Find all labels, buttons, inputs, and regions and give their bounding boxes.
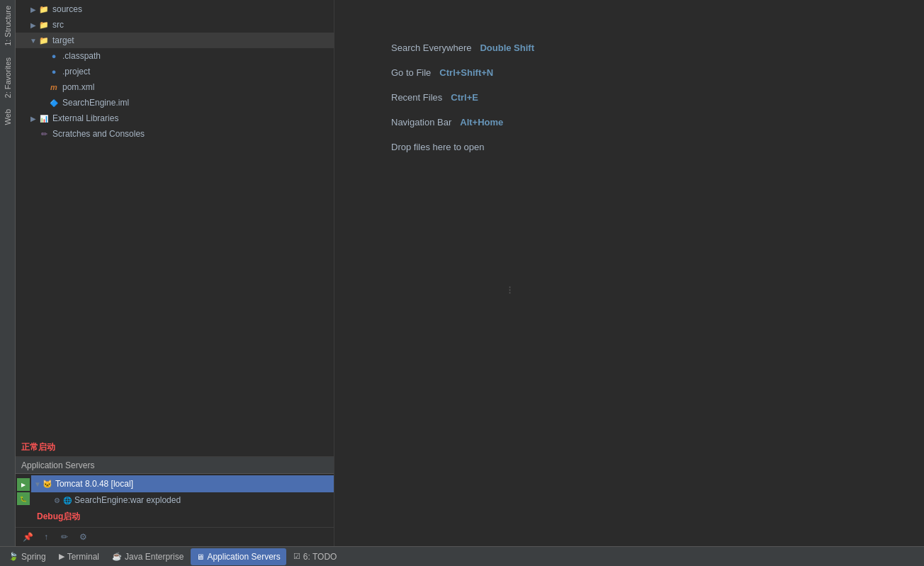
tree-item-sources[interactable]: ▶ 📁 sources — [16, 1, 334, 17]
app-servers-header: Application Servers — [16, 457, 334, 474]
icon-pom: m — [48, 81, 60, 93]
icon-scratches: ✏ — [38, 128, 50, 140]
arrow-src: ▶ — [28, 21, 38, 29]
left-tab-structure[interactable]: 1: Structure — [1, 0, 14, 52]
pin-icon[interactable]: 📌 — [21, 531, 34, 543]
action-strip: 📌 ↑ ✏ ⚙ — [16, 527, 334, 546]
icon-project: ● — [48, 66, 60, 77]
app-servers-panel: Application Servers ▶ 🐛 ▼ 🐱 Tomcat 8.0.4… — [16, 456, 334, 527]
debug-status: Debug启动 — [16, 508, 334, 526]
hint-recent-files: Recent Files Ctrl+E — [391, 92, 478, 103]
tree-item-target[interactable]: ▼ 📁 target — [16, 33, 334, 48]
tree-item-scratches[interactable]: ✏ Scratches and Consoles — [16, 126, 334, 142]
up-icon[interactable]: ↑ — [40, 531, 52, 543]
app-servers-title: Application Servers — [21, 460, 94, 470]
label-extlib: External Libraries — [52, 113, 118, 123]
label-classpath: .classpath — [62, 51, 101, 61]
sidebar: ▶ 📁 sources ▶ 📁 src ▼ 📁 target — [16, 0, 334, 546]
hint-nav-bar: Navigation Bar Alt+Home — [391, 117, 503, 128]
icon-extlib: 📊 — [38, 113, 50, 124]
bottom-bar: 🍃 Spring ▶ Terminal ☕ Java Enterprise 🖥 … — [0, 546, 924, 566]
spring-tab-label: Spring — [21, 552, 46, 562]
hint-goto-shortcut: Ctrl+Shift+N — [439, 67, 493, 78]
todo-tab-label: 6: TODO — [303, 552, 337, 562]
label-pom: pom.xml — [62, 82, 94, 92]
server-deployment[interactable]: ⚙ 🌐 SearchEngine:war exploded — [31, 492, 334, 508]
label-scratches: Scratches and Consoles — [52, 129, 145, 139]
app-servers-icon: 🖥 — [196, 553, 204, 561]
icon-sources: 📁 — [38, 4, 50, 15]
bottom-tab-todo[interactable]: ☑ 6: TODO — [288, 548, 343, 565]
icon-src: 📁 — [38, 19, 50, 30]
todo-icon: ☑ — [293, 552, 300, 561]
hint-search-action: Search Everywhere — [391, 43, 471, 53]
left-tab-favorites[interactable]: 2: Favorites — [1, 52, 14, 103]
run-button[interactable]: ▶ — [17, 478, 30, 491]
bottom-tab-terminal[interactable]: ▶ Terminal — [53, 548, 105, 565]
java-enterprise-icon: ☕ — [112, 552, 122, 561]
label-project: .project — [62, 67, 90, 77]
hint-search-everywhere: Search Everywhere Double Shift — [391, 43, 534, 53]
server-name: Tomcat 8.0.48 [local] — [55, 479, 133, 489]
hint-drop-files: Drop files here to open — [391, 142, 485, 152]
content-area: Search Everywhere Double Shift Go to Fil… — [334, 0, 924, 546]
spring-icon: 🍃 — [9, 552, 18, 561]
center-indicator: ⁝ — [508, 283, 512, 297]
hint-goto-file: Go to File Ctrl+Shift+N — [391, 67, 493, 78]
app-servers-content: ▶ 🐛 ▼ 🐱 Tomcat 8.0.48 [local] ⚙ 🌐 — [16, 474, 334, 527]
app-servers-tab-label: Application Servers — [207, 552, 280, 562]
file-tree: ▶ 📁 sources ▶ 📁 src ▼ 📁 target — [16, 0, 334, 438]
left-tab-strip: 1: Structure 2: Favorites Web — [0, 0, 16, 546]
tree-item-project[interactable]: ● .project — [16, 64, 334, 79]
hint-recent-shortcut: Ctrl+E — [451, 92, 478, 103]
hint-nav-action: Navigation Bar — [391, 117, 451, 128]
tree-item-src[interactable]: ▶ 📁 src — [16, 17, 334, 33]
tree-item-classpath[interactable]: ● .classpath — [16, 48, 334, 64]
label-iml: SearchEngine.iml — [62, 98, 129, 108]
hint-nav-shortcut: Alt+Home — [460, 117, 503, 128]
java-enterprise-tab-label: Java Enterprise — [125, 552, 184, 562]
edit-icon[interactable]: ✏ — [58, 531, 71, 543]
left-tab-web[interactable]: Web — [1, 103, 14, 130]
icon-iml: 🔷 — [48, 97, 60, 108]
tree-item-iml[interactable]: 🔷 SearchEngine.iml — [16, 95, 334, 111]
server-item-tomcat[interactable]: ▼ 🐱 Tomcat 8.0.48 [local] — [31, 475, 334, 492]
bottom-tab-app-servers[interactable]: 🖥 Application Servers — [191, 548, 286, 565]
arrow-sources: ▶ — [28, 6, 38, 13]
hint-recent-action: Recent Files — [391, 92, 442, 103]
sidebar-status: 正常启动 — [16, 438, 334, 456]
icon-classpath: ● — [48, 50, 60, 62]
terminal-icon: ▶ — [59, 552, 64, 561]
hint-drop-action: Drop files here to open — [391, 142, 485, 152]
arrow-target: ▼ — [28, 37, 38, 45]
terminal-tab-label: Terminal — [67, 552, 99, 562]
arrow-extlib: ▶ — [28, 115, 38, 123]
tree-item-extlib[interactable]: ▶ 📊 External Libraries — [16, 111, 334, 126]
deployment-name: SearchEngine:war exploded — [74, 495, 181, 505]
label-src: src — [52, 20, 64, 30]
stop-button[interactable]: 🐛 — [17, 492, 30, 505]
hint-goto-action: Go to File — [391, 67, 431, 78]
label-target: target — [52, 35, 74, 45]
tree-item-pom[interactable]: m pom.xml — [16, 79, 334, 95]
icon-target: 📁 — [38, 35, 50, 46]
bottom-tab-java-enterprise[interactable]: ☕ Java Enterprise — [106, 548, 189, 565]
label-sources: sources — [52, 4, 82, 14]
hint-search-shortcut: Double Shift — [480, 43, 534, 53]
bottom-tab-spring[interactable]: 🍃 Spring — [3, 548, 52, 565]
settings-icon[interactable]: ⚙ — [77, 531, 89, 543]
